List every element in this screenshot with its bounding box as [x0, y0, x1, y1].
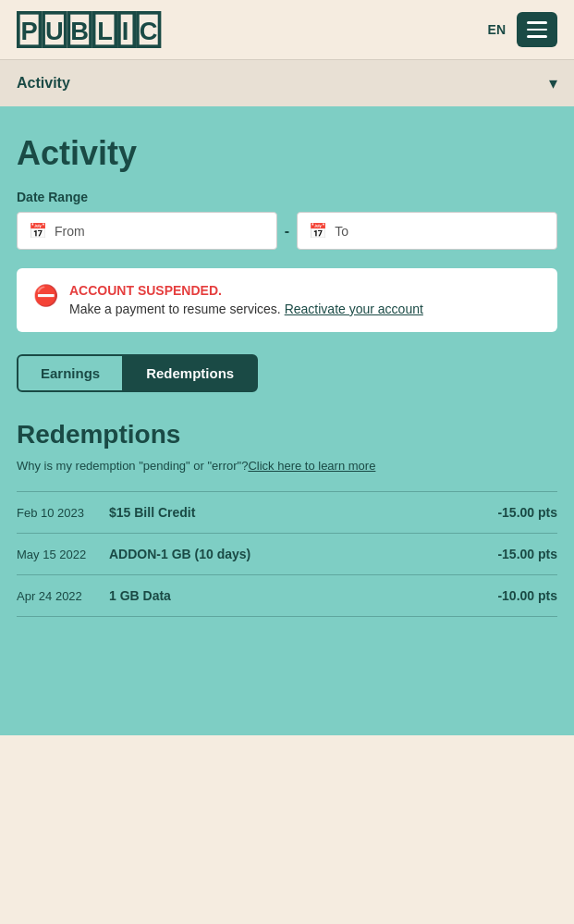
- date-range-label: Date Range: [17, 190, 557, 204]
- tabs-row: Earnings Redemptions: [17, 354, 557, 392]
- calendar-icon-to: 📅: [309, 222, 327, 240]
- alert-banner: ⛔ ACCOUNT SUSPENDED. Make a payment to r…: [17, 268, 557, 332]
- redemption-name: 1 GB Data: [109, 588, 474, 603]
- redemption-points: -15.00 pts: [474, 547, 557, 561]
- redemptions-section: Redemptions Why is my redemption "pendin…: [17, 420, 557, 617]
- svg-text:B: B: [70, 17, 89, 45]
- header-right: EN: [488, 12, 557, 47]
- redemption-name: ADDON-1 GB (10 days): [109, 547, 474, 561]
- redemption-row: May 15 2022 ADDON-1 GB (10 days) -15.00 …: [17, 533, 557, 574]
- redemption-name: $15 Bill Credit: [109, 505, 474, 520]
- menu-line-1: [527, 21, 547, 24]
- logo-svg: P U B L I C: [17, 11, 168, 48]
- to-date-placeholder: To: [335, 224, 348, 239]
- main-content: Activity Date Range 📅 From - 📅 To ⛔ ACCO…: [0, 106, 574, 735]
- nav-bar-label: Activity: [17, 75, 70, 92]
- tab-earnings[interactable]: Earnings: [17, 354, 123, 392]
- redemption-date: May 15 2022: [17, 548, 109, 561]
- header: P U B L I C EN: [0, 0, 574, 59]
- reactivate-link[interactable]: Reactivate your account: [285, 302, 423, 316]
- chevron-down-icon: ▾: [549, 73, 557, 93]
- svg-text:I: I: [122, 17, 129, 45]
- svg-text:C: C: [140, 17, 158, 45]
- logo: P U B L I C: [17, 11, 168, 48]
- tab-redemptions[interactable]: Redemptions: [123, 354, 258, 392]
- redemption-date: Feb 10 2023: [17, 506, 109, 520]
- redemption-points: -10.00 pts: [474, 588, 557, 603]
- date-range-row: 📅 From - 📅 To: [17, 212, 557, 250]
- language-button[interactable]: EN: [488, 22, 506, 37]
- menu-button[interactable]: [517, 12, 557, 47]
- calendar-icon-from: 📅: [29, 222, 47, 240]
- learn-more-link[interactable]: Click here to learn more: [248, 459, 375, 473]
- redemption-date: Apr 24 2022: [17, 589, 109, 603]
- date-separator: -: [285, 223, 289, 240]
- menu-line-2: [527, 29, 547, 31]
- alert-body: Make a payment to resume services. React…: [69, 302, 423, 316]
- menu-line-3: [527, 35, 547, 38]
- alert-content: ACCOUNT SUSPENDED. Make a payment to res…: [69, 283, 423, 317]
- nav-bar[interactable]: Activity ▾: [0, 59, 574, 106]
- svg-text:P: P: [21, 17, 38, 45]
- redemption-row: Feb 10 2023 $15 Bill Credit -15.00 pts: [17, 491, 557, 533]
- redemptions-title: Redemptions: [17, 420, 557, 450]
- redemptions-subtitle: Why is my redemption "pending" or "error…: [17, 459, 557, 473]
- redemption-row: Apr 24 2022 1 GB Data -10.00 pts: [17, 574, 557, 617]
- from-date-input[interactable]: 📅 From: [17, 212, 277, 250]
- alert-title: ACCOUNT SUSPENDED.: [69, 283, 423, 298]
- from-date-placeholder: From: [55, 224, 85, 239]
- svg-text:L: L: [97, 17, 113, 45]
- alert-icon: ⛔: [33, 284, 58, 308]
- page-title: Activity: [17, 134, 557, 173]
- to-date-input[interactable]: 📅 To: [297, 212, 557, 250]
- redemption-points: -15.00 pts: [474, 505, 557, 520]
- svg-text:U: U: [45, 17, 64, 45]
